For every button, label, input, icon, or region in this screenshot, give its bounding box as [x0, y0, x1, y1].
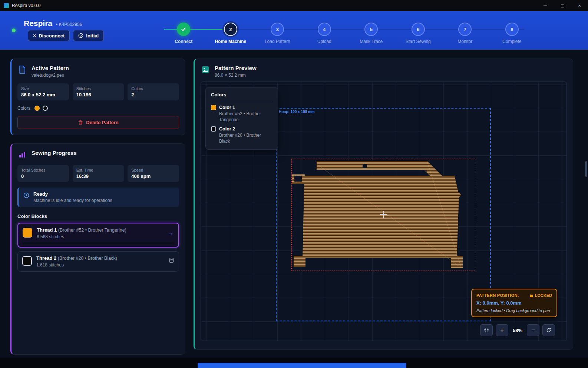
- file-icon: [17, 65, 27, 74]
- machine-serial: • K4P502956: [56, 22, 82, 27]
- step-number: 4: [318, 23, 331, 36]
- zoom-out-button[interactable]: −: [527, 324, 539, 336]
- close-button[interactable]: ×: [571, 0, 588, 11]
- legend-swatch-orange: [211, 105, 216, 110]
- thread-name: Thread 1: [37, 227, 57, 233]
- step-label: Start Sewing: [406, 39, 431, 44]
- step-label: Monitor: [457, 39, 472, 44]
- thread-stitch-count: 8.568 stitches: [37, 234, 163, 239]
- pattern-position-overlay: PATTERN POSITION: LOCKED X: 0.0mm, Y: 0.…: [471, 289, 557, 317]
- legend-color-name: Color 2: [219, 126, 235, 132]
- locked-label: LOCKED: [535, 293, 552, 298]
- stat-label: Colors: [131, 86, 175, 91]
- step-label: Upload: [317, 39, 331, 44]
- step-home-machine[interactable]: 2 Home Machine: [207, 23, 254, 44]
- main-content: Active Pattern valetudogv2.pes Size 86.0…: [0, 50, 588, 358]
- machine-status-box: Ready Machine is idle and ready for oper…: [17, 188, 179, 207]
- stat-value: 400 spm: [131, 173, 175, 179]
- color-swatch-orange: [34, 106, 40, 111]
- thread-detail: (Brother #20 • Brother Black): [58, 256, 117, 261]
- sewing-progress-title: Sewing Progress: [32, 150, 77, 156]
- lock-icon: [529, 294, 534, 298]
- stat-label: Stitches: [76, 86, 120, 91]
- minimize-button[interactable]: [537, 0, 554, 11]
- stat-value: 2: [131, 92, 175, 97]
- arrow-right-icon: →: [167, 229, 174, 236]
- thread-stitch-count: 1.618 stitches: [36, 262, 164, 268]
- initial-label: Initial: [86, 33, 99, 39]
- step-label: Home Machine: [215, 39, 246, 44]
- app-icon: [4, 3, 9, 8]
- step-number: 6: [412, 23, 425, 36]
- app-header: Respira • K4P502956 × Disconnect Initial: [0, 11, 588, 50]
- bar-chart-icon: [17, 150, 27, 159]
- step-upload[interactable]: 4 Upload: [301, 23, 348, 44]
- title-bar: Respira v0.0.0 ×: [0, 0, 588, 11]
- thread-2-swatch: [22, 256, 32, 266]
- delete-pattern-label: Delete Pattern: [86, 120, 118, 125]
- hoop-label: Hoop: 100 x 100 mm: [279, 110, 315, 114]
- disconnect-button[interactable]: × Disconnect: [28, 30, 70, 41]
- step-number: 7: [458, 23, 472, 36]
- thread-name: Thread 2: [36, 255, 56, 261]
- step-connect-check-icon: [177, 23, 190, 36]
- step-number: 8: [505, 23, 519, 36]
- step-start-sewing[interactable]: 6 Start Sewing: [395, 23, 442, 44]
- left-column: Active Pattern valetudogv2.pes Size 86.0…: [10, 59, 185, 355]
- maximize-button[interactable]: [554, 0, 571, 11]
- stat-value: 16:39: [76, 173, 120, 179]
- bottom-bar: [198, 363, 406, 368]
- refresh-view-button[interactable]: [542, 324, 555, 336]
- color-blocks-label: Color Blocks: [17, 213, 179, 219]
- colors-row-label: Colors:: [17, 106, 32, 111]
- colors-panel-title: Colors: [211, 92, 272, 97]
- legend-item-color-1: Color 1 Brother #52 • Brother Tangerine: [211, 105, 272, 123]
- thread-row-1[interactable]: Thread 1 (Brother #52 • Brother Tangerin…: [17, 223, 179, 248]
- step-monitor[interactable]: 7 Monitor: [442, 23, 489, 44]
- pattern-dimensions: 86.0 × 52.2 mm: [215, 73, 257, 78]
- active-pattern-title: Active Pattern: [32, 65, 69, 71]
- divider: [211, 101, 272, 101]
- stat-est-time: Est. Time 16:39: [73, 165, 124, 182]
- preview-canvas[interactable]: Colors Color 1 Brother #52 • Brother Tan…: [201, 82, 567, 341]
- zoom-in-button[interactable]: +: [496, 324, 508, 336]
- step-number: 2: [224, 23, 237, 36]
- close-x-icon: ×: [33, 33, 36, 39]
- brand-title: Respira: [24, 19, 52, 28]
- stat-stitches: Stitches 10.186: [73, 83, 124, 100]
- status-title: Ready: [33, 191, 112, 197]
- step-mask-trace[interactable]: 5 Mask Trace: [348, 23, 395, 44]
- image-icon: [201, 65, 210, 74]
- fit-to-screen-button[interactable]: [480, 324, 493, 336]
- active-pattern-card: Active Pattern valetudogv2.pes Size 86.0…: [10, 59, 185, 135]
- pattern-filename: valetudogv2.pes: [32, 73, 69, 78]
- step-label: Mask Trace: [360, 39, 383, 44]
- stat-value: 86.0 x 52.2 mm: [21, 92, 65, 97]
- pattern-preview-title: Pattern Preview: [215, 65, 257, 71]
- step-load-pattern[interactable]: 3 Load Pattern: [254, 23, 301, 44]
- legend-swatch-black: [211, 126, 216, 132]
- sewing-progress-card: Sewing Progress Total Stitches 0 Est. Ti…: [10, 143, 185, 355]
- clock-icon: [23, 192, 30, 199]
- legend-color-desc: Brother #20 • Brother Black: [219, 133, 272, 144]
- step-label: Load Pattern: [265, 39, 290, 44]
- stat-total-stitches: Total Stitches 0: [17, 165, 69, 182]
- stat-colors: Colors 2: [128, 83, 179, 100]
- disconnect-label: Disconnect: [39, 33, 65, 39]
- pattern-coordinates: X: 0.0mm, Y: 0.0mm: [476, 300, 552, 306]
- step-connect[interactable]: Connect: [160, 23, 207, 44]
- window-title: Respira v0.0.0: [12, 3, 40, 8]
- trash-icon: [78, 120, 83, 125]
- initial-button[interactable]: Initial: [73, 30, 104, 41]
- step-complete[interactable]: 8 Complete: [489, 23, 536, 44]
- stat-size: Size 86.0 x 52.2 mm: [17, 83, 69, 100]
- step-number: 5: [364, 23, 378, 36]
- thread-row-2[interactable]: Thread 2 (Brother #20 • Brother Black) 1…: [17, 251, 179, 272]
- app-window: Respira v0.0.0 × Respira • K4P502956 × D…: [0, 0, 588, 368]
- colors-legend-panel: Colors Color 1 Brother #52 • Brother Tan…: [205, 87, 278, 150]
- vertical-scrollbar[interactable]: [585, 161, 587, 177]
- status-description: Machine is idle and ready for operations: [33, 198, 112, 203]
- delete-pattern-button[interactable]: Delete Pattern: [17, 116, 179, 129]
- legend-color-name: Color 1: [219, 105, 235, 110]
- stat-speed: Speed 400 spm: [128, 165, 179, 182]
